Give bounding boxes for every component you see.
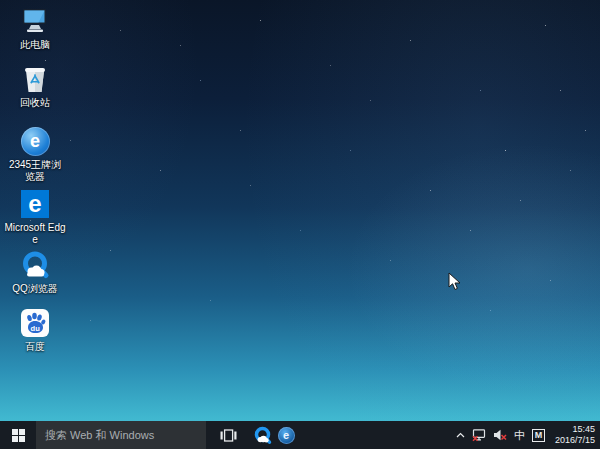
windows-logo-icon [12, 429, 25, 442]
task-view-icon [220, 429, 237, 442]
start-button[interactable] [0, 421, 36, 449]
desktop-icon-label: Microsoft Edge [4, 222, 66, 246]
clock-time: 15:45 [555, 424, 595, 435]
taskbar-2345-browser-button[interactable]: e [272, 421, 300, 449]
taskbar-clock[interactable]: 15:45 2016/7/15 [552, 424, 595, 446]
desktop-icon-qq-browser[interactable]: QQ浏览器 [2, 249, 68, 295]
show-hidden-icons-button[interactable] [456, 421, 465, 449]
clock-date: 2016/7/15 [555, 435, 595, 446]
windows-desktop: 此电脑 回收站 e 2345王牌浏览器 e Microsoft Edge [0, 0, 600, 449]
qq-browser-icon [253, 426, 272, 445]
desktop-icon-microsoft-edge[interactable]: e Microsoft Edge [2, 188, 68, 246]
desktop-icon-baidu[interactable]: du 百度 [2, 307, 68, 353]
search-input[interactable] [36, 421, 206, 449]
desktop-icon-label: QQ浏览器 [12, 283, 58, 295]
desktop-icon-label: 此电脑 [20, 39, 50, 51]
recycle-bin-icon [19, 63, 51, 95]
2345-browser-icon: e [19, 125, 51, 157]
2345-browser-icon: e [278, 427, 295, 444]
desktop-icon-this-pc[interactable]: 此电脑 [2, 5, 68, 51]
ime-mode-indicator[interactable]: M [532, 429, 545, 442]
microsoft-edge-icon: e [19, 188, 51, 220]
desktop-icon-label: 2345王牌浏览器 [4, 159, 66, 183]
ime-language-indicator[interactable]: 中 [514, 421, 525, 449]
baidu-icon: du [19, 307, 51, 339]
wallpaper-nebula [0, 0, 600, 449]
desktop-icon-label: 百度 [25, 341, 45, 353]
qq-browser-icon [19, 249, 51, 281]
network-status-icon[interactable] [472, 421, 486, 449]
desktop-icon-2345-browser[interactable]: e 2345王牌浏览器 [2, 125, 68, 183]
volume-status-icon[interactable] [493, 421, 507, 449]
system-tray: 中 M 15:45 2016/7/15 [456, 421, 600, 449]
desktop-icon-recycle-bin[interactable]: 回收站 [2, 63, 68, 109]
taskbar: e 中 M [0, 421, 600, 449]
task-view-button[interactable] [214, 421, 242, 449]
chevron-up-icon [456, 432, 465, 438]
svg-text:du: du [31, 324, 41, 333]
desktop-icon-label: 回收站 [20, 97, 50, 109]
this-pc-icon [19, 5, 51, 37]
wallpaper-stars [0, 0, 1, 1]
